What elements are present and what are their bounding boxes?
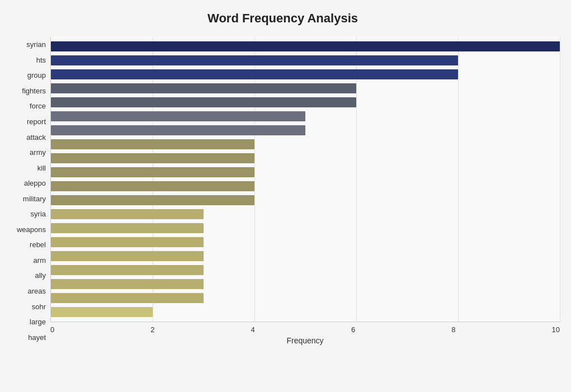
y-label-kill: kill [6,164,46,172]
x-tick-2: 2 [150,325,154,334]
y-label-aleppo: aleppo [6,180,46,187]
bar-row-large [51,292,560,304]
bar-row-attack [51,125,560,136]
y-label-military: military [6,195,46,202]
bar-weapons [51,209,204,219]
bar-row-weapons [51,209,560,220]
bar-row-group [51,69,560,80]
chart-area: syrianhtsgroupfightersforcereportattacka… [6,37,560,345]
bar-rebel [51,223,204,233]
bar-row-arm [51,237,560,248]
bar-row-hts [51,55,560,66]
y-label-sohr: sohr [6,303,46,310]
bar-report [51,111,305,121]
y-label-army: army [6,149,46,156]
x-tick-8: 8 [451,325,455,334]
bars-grid [50,37,560,322]
y-label-force: force [6,102,46,110]
y-label-large: large [6,318,46,325]
bar-army [51,139,254,149]
chart-container: Word Frequency Analysis syrianhtsgroupfi… [0,0,571,392]
x-tick-6: 6 [351,325,355,334]
bar-military [51,181,254,191]
grid-line [560,37,560,322]
x-tick-0: 0 [50,325,54,334]
bar-row-aleppo [51,167,560,178]
bar-force [51,97,356,107]
x-axis: 0246810 [50,322,560,334]
y-label-weapons: weapons [6,226,46,233]
y-label-hts: hts [6,56,46,64]
bar-row-areas [51,265,560,276]
y-label-arm: arm [6,257,46,264]
bar-arm [51,237,204,247]
bar-syria [51,195,254,205]
bar-row-ally [51,251,560,262]
y-label-areas: areas [6,287,46,295]
bar-aleppo [51,167,254,177]
bar-group [51,69,458,79]
bar-sohr [51,279,204,289]
y-label-syria: syria [6,210,46,218]
bar-row-force [51,97,560,108]
y-label-fighters: fighters [6,87,46,95]
bar-areas [51,265,204,275]
y-label-ally: ally [6,272,46,279]
chart-title: Word Frequency Analysis [6,6,560,37]
bar-ally [51,251,204,261]
y-label-group: group [6,72,46,79]
x-axis-label: Frequency [50,336,560,345]
y-axis-labels: syrianhtsgroupfightersforcereportattacka… [6,37,50,345]
y-label-rebel: rebel [6,241,46,248]
x-tick-10: 10 [551,325,559,334]
y-label-attack: attack [6,134,46,141]
bars-and-x: 0246810 Frequency [50,37,560,345]
bar-hts [51,55,458,65]
bar-row-syria [51,195,560,206]
bar-row-fighters [51,83,560,94]
bar-row-rebel [51,223,560,234]
bar-syrian [51,41,560,51]
bar-row-hayet [51,306,560,318]
bar-fighters [51,83,356,93]
y-label-hayet: hayet [6,334,46,341]
bar-row-military [51,181,560,192]
bar-hayet [51,307,153,317]
x-tick-4: 4 [251,325,255,334]
bar-row-syrian [51,41,560,52]
bar-row-kill [51,153,560,164]
bars-wrapper [51,37,560,322]
bar-row-army [51,139,560,150]
bar-large [51,293,204,303]
bar-attack [51,125,305,135]
y-label-syrian: syrian [6,41,46,48]
bar-row-report [51,111,560,122]
bar-row-sohr [51,278,560,290]
y-label-report: report [6,118,46,125]
bar-kill [51,153,254,163]
